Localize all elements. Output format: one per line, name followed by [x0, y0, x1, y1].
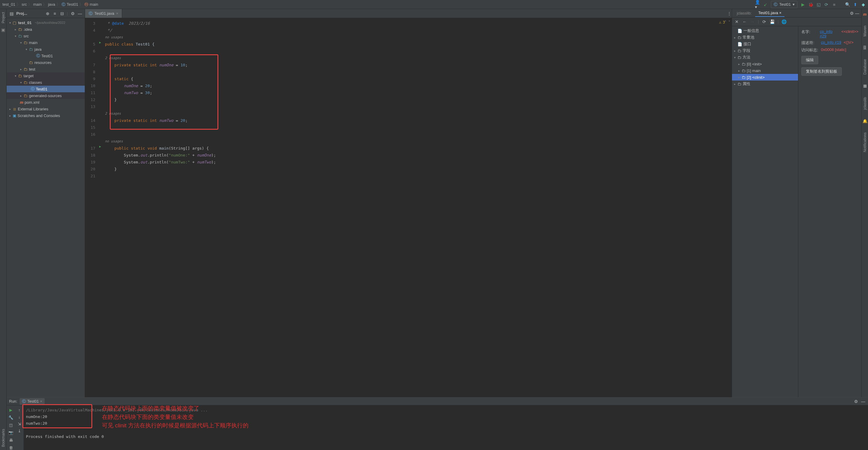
console-exit: Process finished with exit code 0: [26, 434, 866, 441]
tree-main[interactable]: main: [29, 40, 37, 45]
bc-3[interactable]: java: [48, 2, 55, 7]
bookmarks-label[interactable]: Bookmarks: [1, 426, 5, 450]
notif-label[interactable]: Notifications: [863, 129, 867, 155]
maven-icon[interactable]: m: [863, 12, 867, 17]
refresh-icon[interactable]: ⟳: [762, 19, 767, 24]
layout-icon[interactable]: ◫: [9, 423, 13, 427]
edit-button[interactable]: 编辑: [801, 56, 818, 64]
bc-4[interactable]: Test01: [67, 2, 78, 7]
bc-1[interactable]: src: [22, 2, 27, 7]
bc-0[interactable]: test_01: [2, 2, 16, 7]
web-icon[interactable]: 🌐: [782, 19, 786, 24]
prev-icon[interactable]: ˄: [724, 20, 726, 24]
jclasslib-label[interactable]: jclasslib: [863, 94, 867, 113]
jnode-constpool[interactable]: 常量池: [743, 35, 754, 40]
next-icon[interactable]: ˅: [728, 20, 731, 24]
run-tab[interactable]: ⒸTest01 ×: [20, 398, 44, 405]
vcs-update-icon[interactable]: ↙: [763, 2, 768, 7]
d-name-link[interactable]: cp_info #29: [820, 29, 839, 38]
tree-test[interactable]: test: [29, 67, 35, 71]
d-acc-lbl: 访问标志:: [801, 47, 821, 53]
run-gear-icon[interactable]: ⚙: [854, 399, 858, 404]
bc-5[interactable]: main: [90, 2, 98, 7]
tree-pom[interactable]: pom.xml: [25, 100, 39, 104]
console[interactable]: /Library/Java/JavaVirtualMachines/jdk1.8…: [24, 406, 868, 450]
jnode-attrs[interactable]: 属性: [743, 81, 750, 87]
settings-icon[interactable]: ⚙: [70, 11, 75, 16]
jclass-tree[interactable]: 📄一般信息 ▸🗀常量池 📄接口 ▸🗀字段 ▾🗀方法 ▸🗀[0] <init> ▸…: [732, 26, 798, 397]
jclasslib-icon[interactable]: ▦: [863, 84, 867, 88]
tab-test01[interactable]: Ⓒ Test01.java ×: [85, 9, 122, 18]
d-acc-val: 0x0008 [static]: [821, 47, 846, 53]
profile-icon[interactable]: ⟳: [824, 2, 829, 7]
wrench-icon[interactable]: 🔧: [8, 415, 13, 420]
user-icon[interactable]: 👤▾: [755, 2, 760, 7]
close2-icon[interactable]: ✕: [734, 19, 739, 24]
bc-2[interactable]: main: [33, 2, 42, 7]
code-area[interactable]: * @date 2023/2/16 */ no usages public cl…: [102, 18, 732, 397]
trash-icon[interactable]: 🗑: [9, 446, 13, 450]
scroll-icon[interactable]: ⤓: [18, 428, 21, 433]
tree-root[interactable]: test_01: [18, 21, 32, 25]
run-sub-gutter: ↑ ↓ ⇲ ⤓: [15, 406, 24, 450]
forward-icon[interactable]: →: [750, 19, 755, 24]
d-desc-link[interactable]: cp_info #19: [821, 40, 841, 46]
tree-resources[interactable]: resources: [34, 60, 52, 65]
editor[interactable]: 3456 78910 11121314 15161718 192021 ▶ ▶ …: [85, 18, 732, 397]
camera-icon[interactable]: 📷: [8, 430, 13, 435]
tree-test01-classfile[interactable]: Test01: [36, 87, 48, 91]
back-icon[interactable]: ←: [742, 19, 747, 24]
minimize-icon[interactable]: —: [855, 11, 860, 16]
save-icon[interactable]: 💾: [770, 19, 775, 24]
copy-sig-button[interactable]: 复制签名到剪贴板: [801, 67, 842, 76]
project-tool-label[interactable]: Project: [1, 9, 5, 26]
tree-gensrc[interactable]: generated-sources: [29, 93, 62, 98]
expand-icon[interactable]: ≡: [53, 11, 57, 16]
bell-icon[interactable]: 🔔: [863, 119, 867, 123]
tree-java[interactable]: java: [34, 47, 42, 52]
down-icon[interactable]: ↓: [19, 415, 21, 419]
jnode-fields[interactable]: 字段: [743, 48, 750, 53]
rerun-icon[interactable]: ▶: [9, 408, 12, 412]
jnode-m2[interactable]: [2] <clinit>: [747, 75, 765, 80]
tree-scratches[interactable]: Scratches and Consoles: [18, 113, 60, 118]
jnode-iface[interactable]: 接口: [743, 41, 751, 47]
search-icon[interactable]: 🔍: [845, 2, 850, 7]
tree-classes[interactable]: classes: [29, 80, 42, 85]
run-icon[interactable]: ▶: [801, 2, 805, 7]
tree-root-path: ~/java/tool/idea/2022: [35, 21, 65, 24]
jnode-methods[interactable]: 方法: [743, 55, 750, 60]
project-folder-icon[interactable]: ▣: [1, 27, 6, 32]
tree-test01-class[interactable]: Test01: [41, 54, 53, 58]
coverage-icon[interactable]: ◱: [816, 2, 821, 7]
jnode-general[interactable]: 一般信息: [743, 28, 759, 33]
tree-target[interactable]: target: [24, 73, 33, 78]
jnode-m0[interactable]: [0] <init>: [747, 62, 762, 66]
database-label[interactable]: Database: [863, 56, 867, 78]
jtab-lib[interactable]: jclasslib:: [734, 10, 754, 17]
run-hide-icon[interactable]: —: [861, 399, 866, 404]
stop-icon[interactable]: ■: [832, 2, 837, 7]
collapse-icon[interactable]: ⊟: [60, 11, 65, 16]
up-icon[interactable]: ↑: [19, 408, 21, 412]
project-view-icon[interactable]: ▤: [9, 11, 14, 16]
print-icon[interactable]: 🖶: [9, 438, 13, 443]
close-icon[interactable]: ×: [116, 11, 119, 16]
project-tree[interactable]: ▾▢test_01~/java/tool/idea/2022 ▸🗀.idea ▾…: [7, 18, 85, 397]
wrap-icon[interactable]: ⇲: [18, 422, 21, 426]
tree-idea[interactable]: .idea: [24, 27, 32, 32]
ide-icon[interactable]: ◆: [861, 2, 866, 7]
locate-icon[interactable]: ⊕: [45, 11, 50, 16]
sync-icon[interactable]: ⬆: [853, 2, 858, 7]
hide-icon[interactable]: —: [78, 11, 82, 16]
run-config-selector[interactable]: Ⓒ Test01 ▾: [771, 1, 798, 8]
maven-label[interactable]: Maven: [863, 23, 867, 39]
tab-menu-icon[interactable]: ⋮: [727, 11, 732, 16]
debug-icon[interactable]: 🐞: [808, 2, 813, 7]
tree-src[interactable]: src: [24, 34, 29, 38]
tree-external[interactable]: External Libraries: [18, 107, 48, 111]
jtab-file[interactable]: Test01.java ×: [755, 9, 784, 17]
jnode-m1[interactable]: [1] main: [747, 68, 761, 73]
database-icon[interactable]: 🗄: [863, 46, 867, 50]
gear-icon[interactable]: ⚙: [849, 11, 854, 16]
